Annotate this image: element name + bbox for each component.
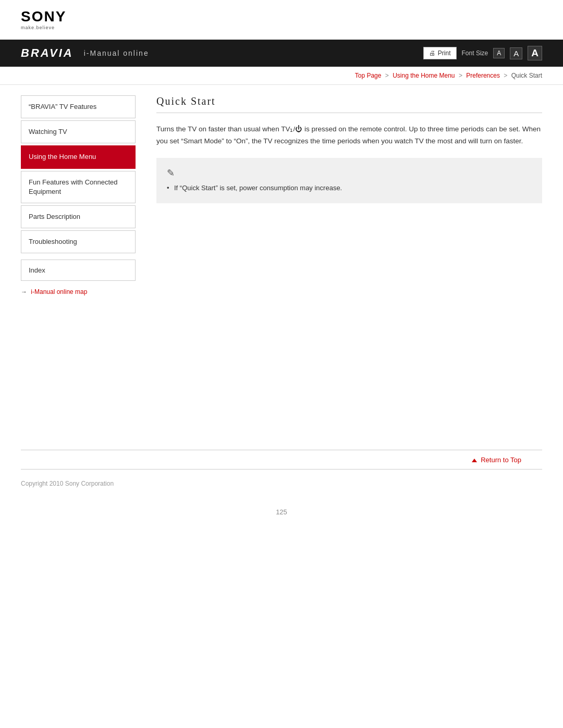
content-area: Quick Start Turns the TV on faster than … — [151, 95, 542, 439]
triangle-up-icon — [472, 459, 477, 462]
note-box: ✎ If “Quick Start” is set, power consump… — [156, 158, 542, 203]
note-list: If “Quick Start” is set, power consumpti… — [167, 183, 532, 194]
sidebar-item-index[interactable]: Index — [21, 260, 136, 281]
return-to-top-label: Return to Top — [481, 456, 521, 464]
sony-tagline: make.believe — [21, 25, 542, 30]
i-manual-map-link[interactable]: i-Manual online map — [31, 288, 87, 295]
page-title: Quick Start — [156, 95, 542, 113]
sidebar-item-watching-tv[interactable]: Watching TV — [21, 120, 136, 143]
font-size-label: Font Size — [462, 50, 488, 57]
top-bar-controls: 🖨 Print Font Size A A A — [423, 46, 542, 60]
note-pencil-icon: ✎ — [167, 167, 532, 179]
sidebar-item-parts-description[interactable]: Parts Description — [21, 205, 136, 228]
copyright-text: Copyright 2010 Sony Corporation — [21, 480, 114, 487]
breadcrumb-sep3: > — [504, 72, 507, 79]
breadcrumb-sep2: > — [459, 72, 462, 79]
content-body-text: Turns the TV on faster than usual when T… — [156, 124, 542, 147]
font-small-button[interactable]: A — [493, 48, 505, 58]
sidebar-item-troubleshooting[interactable]: Troubleshooting — [21, 230, 136, 253]
print-label: Print — [438, 50, 451, 57]
bravia-logo: BRAVIA — [21, 46, 74, 60]
sidebar-map-link: → i-Manual online map — [21, 288, 136, 295]
breadcrumb-preferences[interactable]: Preferences — [466, 72, 500, 79]
footer: Copyright 2010 Sony Corporation — [0, 470, 563, 498]
page-number: 125 — [0, 498, 563, 537]
breadcrumb-sep1: > — [385, 72, 389, 79]
i-manual-label: i-Manual online — [84, 49, 149, 57]
breadcrumb: Top Page > Using the Home Menu > Prefere… — [0, 67, 563, 85]
breadcrumb-top-page[interactable]: Top Page — [355, 72, 382, 79]
font-medium-button[interactable]: A — [510, 47, 522, 59]
logo-area: SONY make.believe — [0, 0, 563, 35]
breadcrumb-home-menu[interactable]: Using the Home Menu — [393, 72, 455, 79]
print-icon: 🖨 — [429, 50, 435, 57]
note-list-item: If “Quick Start” is set, power consumpti… — [167, 183, 532, 194]
breadcrumb-current: Quick Start — [511, 72, 542, 79]
sony-logo: SONY — [21, 9, 542, 24]
main-layout: “BRAVIA” TV Features Watching TV Using t… — [0, 85, 563, 450]
top-bar: BRAVIA i-Manual online 🖨 Print Font Size… — [0, 40, 563, 67]
sidebar-item-bravia-tv-features[interactable]: “BRAVIA” TV Features — [21, 95, 136, 118]
sidebar-item-fun-features[interactable]: Fun Features with Connected Equipment — [21, 171, 136, 203]
sidebar: “BRAVIA” TV Features Watching TV Using t… — [21, 95, 136, 439]
font-large-button[interactable]: A — [528, 46, 542, 60]
return-to-top-bar: Return to Top — [21, 450, 542, 469]
arrow-icon: → — [21, 288, 27, 295]
sidebar-item-using-home-menu[interactable]: Using the Home Menu — [21, 145, 136, 168]
bravia-title-group: BRAVIA i-Manual online — [21, 46, 149, 60]
print-button[interactable]: 🖨 Print — [423, 47, 457, 59]
return-to-top-link[interactable]: Return to Top — [472, 456, 521, 464]
